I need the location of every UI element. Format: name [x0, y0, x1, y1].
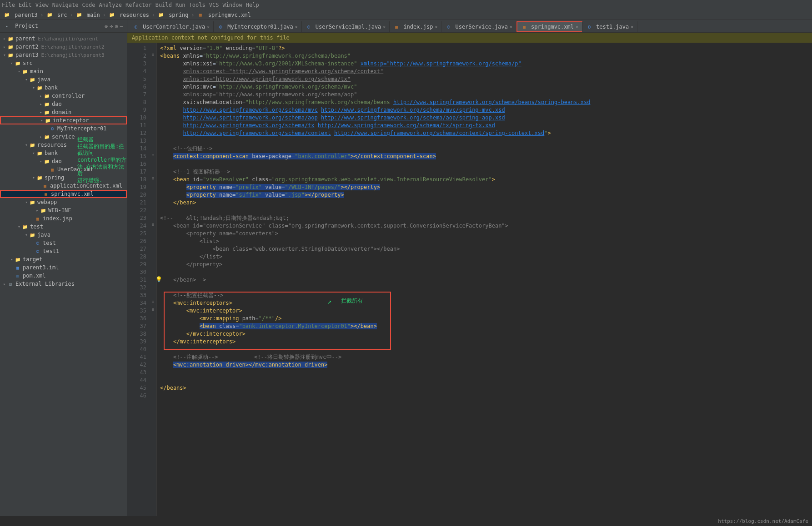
collapse-icon[interactable]: ⊕ [105, 23, 108, 30]
tree-node-controller[interactable]: ▸📁controller [0, 92, 127, 100]
menu-item[interactable]: Refactor [125, 2, 152, 8]
class-icon: © [586, 24, 592, 30]
hide-icon[interactable]: — [120, 23, 123, 30]
breadcrumb: 📁parent3› 📁src› 📁main› 📁resources› 📁spri… [0, 10, 812, 20]
tree-node-service[interactable]: ▸📁service [0, 133, 127, 141]
tree-node-test[interactable]: ▾📁test [0, 223, 127, 231]
tree-node-springmvc[interactable]: ▦springmvc.xml [0, 190, 127, 198]
tree-node-dao2[interactable]: ▾📁dao [0, 157, 127, 165]
tree-node-target[interactable]: ▸📁target [0, 255, 127, 263]
tree-node-userdao[interactable]: ▦UserDao.xml [0, 165, 127, 174]
menu-item[interactable]: VCS [209, 2, 219, 8]
menu-item[interactable]: Tools [189, 2, 206, 8]
class-icon: © [306, 24, 312, 30]
editor-tabs: ©UserController.java× ©MyInterceptor01.j… [127, 20, 812, 33]
tab-test1[interactable]: ©test1.java× [582, 21, 637, 32]
close-icon[interactable]: × [435, 25, 437, 30]
tree-node-testc[interactable]: ©test [0, 239, 127, 247]
tree-node-domain[interactable]: ▸📁domain [0, 108, 127, 116]
close-icon[interactable]: × [576, 25, 578, 30]
breadcrumb-item[interactable]: springmvc.xml [208, 12, 251, 18]
tree-node-parent[interactable]: ▸📁parentE:\zhangjilin\parent [0, 35, 127, 43]
menu-item[interactable]: Build [155, 2, 172, 8]
tab-indexjsp[interactable]: ▦index.jsp× [390, 21, 441, 32]
tree-node-parent2[interactable]: ▸📁parent2E:\zhangjilin\parent2 [0, 43, 127, 51]
menu-item[interactable]: Run [175, 2, 185, 8]
project-sidebar: ▸ Project ⊕ ✣ ⚙ — ▸📁parentE:\zhangjilin\… [0, 20, 127, 516]
tree-node-resources[interactable]: ▾📁resources [0, 141, 127, 149]
menu-item[interactable]: Window [222, 2, 242, 8]
folder-icon: 📁 [158, 12, 164, 18]
watermark: https://blog.csdn.net/AdamCafe [718, 518, 808, 524]
menu-item[interactable]: Help [246, 2, 259, 8]
close-icon[interactable]: × [207, 25, 210, 30]
breadcrumb-item[interactable]: resources [120, 12, 149, 18]
tree-node-webinf[interactable]: ▸📁WEB-INF [0, 206, 127, 214]
tree-node-pom[interactable]: mpom.xml [0, 272, 127, 280]
menu-bar: File Edit View Navigate Code Analyze Ref… [0, 0, 812, 10]
tree-node-java[interactable]: ▾📁java [0, 75, 127, 84]
line-gutter: 1234567891011121314151617181920212223242… [127, 43, 150, 516]
tab-springmvc[interactable]: ▦springmvc.xml× [516, 21, 582, 32]
menu-item[interactable]: View [35, 2, 49, 8]
sidebar-title: Project [15, 23, 38, 29]
close-icon[interactable]: × [631, 25, 633, 30]
tree-node-spring[interactable]: ▾📁spring [0, 174, 127, 182]
tree-node-bank2[interactable]: ▾📁bank [0, 149, 127, 157]
tree-node-webapp[interactable]: ▾📁webapp [0, 198, 127, 206]
close-icon[interactable]: × [383, 25, 386, 30]
class-icon: © [217, 24, 224, 30]
xml-file-icon: ▦ [197, 12, 204, 18]
menu-item[interactable]: Code [82, 2, 95, 8]
tree-node-iml[interactable]: ▦parent3.iml [0, 263, 127, 272]
tab-userserviceimpl[interactable]: ©UserServiceImpl.java× [302, 21, 390, 32]
project-icon: ▸ [4, 23, 10, 30]
folder-icon: 📁 [4, 12, 10, 18]
xml-file-icon: ▦ [393, 24, 400, 30]
menu-item[interactable]: Navigate [52, 2, 79, 8]
breadcrumb-item[interactable]: parent3 [15, 12, 38, 18]
close-icon[interactable]: × [295, 25, 298, 30]
tree-node-bank[interactable]: ▾📁bank [0, 84, 127, 92]
folder-icon: 📁 [46, 12, 53, 18]
gear-icon[interactable]: ⚙ [115, 23, 118, 30]
breadcrumb-item[interactable]: src [57, 12, 67, 18]
tree-node-myinterceptor[interactable]: ©MyInterceptor01 [0, 124, 127, 133]
project-tree[interactable]: ▸📁parentE:\zhangjilin\parent ▸📁parent2E:… [0, 33, 127, 516]
class-icon: © [133, 24, 139, 30]
menu-item[interactable]: Analyze [99, 2, 122, 8]
tree-node-appctx[interactable]: ▦applicationContext.xml [0, 182, 127, 190]
menu-item[interactable]: Edit [19, 2, 32, 8]
tree-node-java2[interactable]: ▾📁java [0, 231, 127, 239]
breadcrumb-item[interactable]: spring [169, 12, 188, 18]
folder-icon: 📁 [76, 12, 82, 18]
xml-file-icon: ▦ [521, 24, 527, 30]
tree-node-extlib[interactable]: ▸⊞External Libraries [0, 280, 127, 288]
tree-node-src[interactable]: ▾📁src [0, 59, 127, 67]
folder-icon: 📁 [109, 12, 115, 18]
tree-node-interceptor[interactable]: ▾📁interceptor [0, 116, 127, 124]
tree-node-parent3[interactable]: ▾📁parent3E:\zhangjilin\parent3 [0, 51, 127, 59]
context-banner[interactable]: Application context not configured for t… [127, 33, 812, 43]
tree-node-main[interactable]: ▾📁main [0, 67, 127, 75]
class-icon: © [445, 24, 451, 30]
settings-icon[interactable]: ✣ [110, 23, 113, 30]
tab-myinterceptor[interactable]: ©MyInterceptor01.java× [214, 21, 302, 32]
breadcrumb-item[interactable]: main [87, 12, 100, 18]
close-icon[interactable]: × [510, 25, 512, 30]
tab-usercontroller[interactable]: ©UserController.java× [129, 21, 214, 32]
menu-item[interactable]: File [2, 2, 15, 8]
sidebar-toolbar: ⊕ ✣ ⚙ — [105, 23, 123, 30]
code-content[interactable]: <?xml version="1.0" encoding="UTF-8"?><b… [156, 43, 812, 516]
tree-node-test1[interactable]: ©test1 [0, 247, 127, 255]
intention-bulb-icon[interactable]: 💡 [155, 276, 162, 283]
tree-node-indexjsp[interactable]: ▦index.jsp [0, 214, 127, 223]
tab-userservice[interactable]: ©UserService.java× [441, 21, 516, 32]
code-editor[interactable]: 1234567891011121314151617181920212223242… [127, 43, 812, 516]
tree-node-dao[interactable]: ▸📁dao [0, 100, 127, 108]
